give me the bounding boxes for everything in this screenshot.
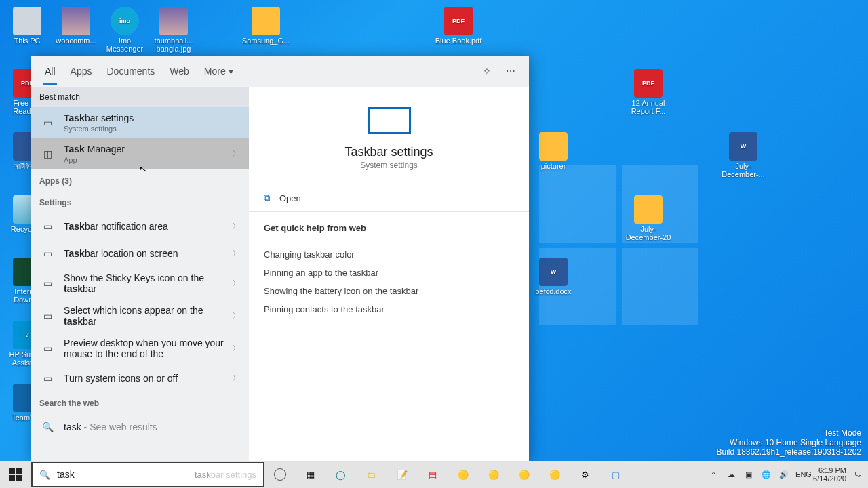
help-heading: Get quick help from web: [264, 223, 514, 233]
icon-label: July-December-...: [719, 162, 768, 178]
desktop-icon[interactable]: PDFBlue Book.pdf: [434, 7, 483, 45]
icon-label: This PC: [3, 37, 52, 45]
taskbar-chrome-3[interactable]: 🟡: [509, 461, 539, 488]
desktop-icon[interactable]: Woefcd.docx: [529, 258, 578, 296]
settings-result-item[interactable]: ▭Select which icons appear on the taskba…: [31, 300, 249, 332]
file-icon: [252, 7, 280, 35]
search-icon: 🔍: [39, 470, 50, 480]
start-button[interactable]: [0, 461, 31, 488]
result-taskbar-settings[interactable]: ▭ Taskbar settingsSystem settings: [31, 107, 249, 138]
windows-logo-icon: [9, 468, 22, 481]
file-icon: [539, 132, 568, 161]
taskbar-chrome-1[interactable]: 🟡: [448, 461, 478, 488]
tab-more[interactable]: More ▾: [204, 66, 233, 77]
file-icon: PDF: [634, 69, 663, 98]
chevron-right-icon: 〉: [233, 279, 239, 288]
settings-result-item[interactable]: ▭Taskbar notification area〉: [31, 213, 249, 240]
taskbar-chrome-2[interactable]: 🟡: [478, 461, 509, 488]
desktop-icon[interactable]: picturer: [529, 132, 578, 170]
chevron-right-icon: 〉: [233, 344, 239, 353]
file-icon: [13, 7, 41, 35]
tray-network-icon[interactable]: 🌐: [760, 470, 772, 479]
help-link[interactable]: Changing taskbar color: [264, 245, 514, 264]
system-tray[interactable]: ^ ☁ ▣ 🌐 🔊 ENG 6:19 PM6/14/2020 🗨: [707, 466, 868, 483]
detail-title: Taskbar settings: [344, 145, 433, 159]
desktop-icon[interactable]: PDF12 Annual Report F...: [624, 69, 673, 115]
section-settings: Settings: [31, 191, 249, 213]
file-icon: [634, 195, 663, 224]
desktop-icon[interactable]: thumbnail... bangla.jpg: [149, 7, 198, 53]
taskbar-pdf[interactable]: ▤: [417, 461, 448, 488]
file-icon: [62, 7, 90, 35]
icon-label: picturer: [529, 162, 578, 170]
help-link[interactable]: Pinning contacts to the taskbar: [264, 300, 514, 319]
open-action[interactable]: ⧉ Open: [249, 184, 529, 212]
tray-app-icon[interactable]: ▣: [743, 470, 755, 479]
desktop-icon[interactable]: This PC: [3, 7, 52, 45]
desktop-icon[interactable]: July-December-20: [624, 195, 673, 241]
search-results-list: Best match ▭ Taskbar settingsSystem sett…: [31, 87, 249, 461]
icon-label: Samsung_G...: [241, 37, 290, 45]
chevron-right-icon: 〉: [233, 311, 239, 321]
icon-label: Blue Book.pdf: [434, 37, 483, 45]
monitor-icon: ▭: [39, 115, 56, 131]
section-apps: Apps (3): [31, 169, 249, 191]
feedback-icon[interactable]: ✧: [483, 66, 491, 77]
search-icon: 🔍: [39, 419, 56, 435]
settings-result-item[interactable]: ▭Preview desktop when you move your mous…: [31, 332, 249, 365]
taskbar-search-box[interactable]: 🔍 taskbar settings: [31, 462, 264, 487]
taskbar-settings-hero-icon: [368, 107, 411, 134]
tray-clock[interactable]: 6:19 PM6/14/2020: [813, 466, 846, 483]
result-task-manager[interactable]: ◫ Task ManagerApp 〉: [31, 138, 249, 169]
settings-result-item[interactable]: ▭Turn system icons on or off〉: [31, 365, 249, 392]
settings-icon: ▭: [39, 275, 56, 291]
taskbar-app-1[interactable]: ▦: [295, 461, 326, 488]
help-link[interactable]: Pinning an app to the taskbar: [264, 264, 514, 282]
tray-notifications-icon[interactable]: 🗨: [852, 470, 864, 479]
desktop-icon[interactable]: imoImo Messenger: [100, 7, 149, 53]
taskbar-app-3[interactable]: 📝: [387, 461, 417, 488]
settings-icon: ▭: [39, 308, 56, 324]
tray-volume-icon[interactable]: 🔊: [778, 470, 790, 479]
chevron-right-icon: 〉: [233, 373, 239, 383]
file-icon: [159, 7, 188, 35]
taskbar-chrome-4[interactable]: 🟡: [539, 461, 570, 488]
tab-apps[interactable]: Apps: [71, 66, 92, 77]
task-view-button[interactable]: [264, 461, 295, 488]
result-web-search[interactable]: 🔍 task - See web results: [31, 413, 249, 441]
taskbar-edge[interactable]: ◯: [326, 461, 356, 488]
detail-subtitle: System settings: [360, 161, 418, 170]
settings-icon: ▭: [39, 370, 56, 386]
taskbar-explorer[interactable]: 🗀: [356, 461, 387, 488]
taskbar-pinned-apps: ▦ ◯ 🗀 📝 ▤ 🟡 🟡 🟡 🟡 ⚙ ▢: [264, 461, 631, 488]
settings-result-item[interactable]: ▭Show the Sticky Keys icon on the taskba…: [31, 267, 249, 300]
options-icon[interactable]: ⋯: [506, 66, 515, 77]
settings-icon: ▭: [39, 218, 56, 235]
wallpaper-windows-logo: [539, 165, 698, 325]
tab-documents[interactable]: Documents: [106, 66, 155, 77]
icon-label: 12 Annual Report F...: [624, 99, 673, 115]
icon-label: woocomm...: [52, 37, 100, 45]
desktop-icon[interactable]: woocomm...: [52, 7, 100, 45]
taskbar-camera[interactable]: ▢: [600, 461, 631, 488]
desktop-icon[interactable]: Samsung_G...: [241, 7, 290, 45]
settings-result-item[interactable]: ▭Taskbar location on screen〉: [31, 240, 249, 267]
icon-label: Imo Messenger: [100, 37, 149, 53]
desktop-icon[interactable]: WJuly-December-...: [719, 132, 768, 178]
settings-icon: ▭: [39, 245, 56, 262]
file-icon: W: [729, 132, 757, 161]
tab-web[interactable]: Web: [170, 66, 189, 77]
tray-onedrive-icon[interactable]: ☁: [725, 470, 737, 479]
tray-overflow-icon[interactable]: ^: [707, 470, 719, 479]
chevron-right-icon: 〉: [233, 222, 239, 231]
icon-label: July-December-20: [624, 225, 673, 241]
help-link[interactable]: Showing the battery icon on the taskbar: [264, 282, 514, 300]
tab-all[interactable]: All: [45, 66, 56, 77]
icon-label: oefcd.docx: [529, 287, 578, 296]
taskbar-settings[interactable]: ⚙: [570, 461, 600, 488]
chevron-right-icon: 〉: [233, 149, 239, 159]
file-icon: PDF: [444, 7, 473, 35]
tray-language[interactable]: ENG: [795, 470, 808, 479]
section-search-web: Search the web: [31, 392, 249, 413]
icon-label: thumbnail... bangla.jpg: [149, 37, 198, 53]
